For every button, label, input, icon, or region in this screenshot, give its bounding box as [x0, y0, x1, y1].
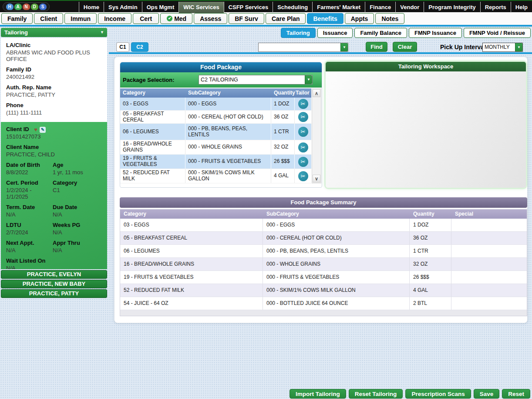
tab-immun[interactable]: Immun: [64, 13, 97, 24]
cell-quantity: 36 OZ: [271, 111, 295, 123]
tab-med[interactable]: ✔ Med: [160, 13, 192, 24]
cell-category: 03 - EGGS: [120, 219, 263, 231]
cell-category: 19 - FRUITS & VEGETABLES: [120, 155, 185, 169]
reset-tailoring-button[interactable]: Reset Tailoring: [349, 389, 403, 399]
menu-item-wic-services[interactable]: WIC Services: [178, 2, 223, 13]
cell-special: [451, 245, 527, 257]
package-selection-row: Package Selection: C2 TAILORING ▼: [120, 72, 322, 88]
client-id-label: Client ID: [6, 126, 29, 132]
blue-divider-main: [109, 52, 532, 54]
import-tailoring-button[interactable]: Import Tailoring: [290, 389, 346, 399]
category-toggle-c1[interactable]: C1: [116, 42, 129, 52]
subtab-tailoring[interactable]: Tailoring: [281, 28, 316, 38]
field-pair-dob-age: Date of Birth 8/8/2022 Age 1 yr, 11 mos: [6, 158, 102, 176]
cell-subcategory: 000 - WHOLE GRAINS: [185, 140, 271, 154]
reset-button[interactable]: Reset: [502, 389, 530, 399]
subtab-fmnp-void-reissue[interactable]: FMNP Void / Reissue: [464, 28, 531, 38]
menu-item-vendor[interactable]: Vendor: [395, 2, 424, 13]
chevron-down-icon[interactable]: ▼: [515, 43, 522, 51]
family-member-button[interactable]: PRACTICE, NEW BABY: [1, 280, 107, 288]
menu-item-program-integrity[interactable]: Program Integrity: [424, 2, 480, 13]
tab-cert[interactable]: Cert: [133, 13, 159, 24]
subtab-issuance[interactable]: Issuance: [317, 28, 353, 38]
scissors-tailor-button[interactable]: ✂: [298, 142, 308, 152]
chevron-down-icon[interactable]: ▼: [305, 75, 312, 84]
cell-subcategory: 000 - FRUITS & VEGETABLES: [185, 155, 271, 169]
package-selection-value: C2 TAILORING: [199, 75, 305, 84]
subtab-family-balance[interactable]: Family Balance: [354, 28, 407, 38]
cell-subcategory: 000 - PB, BEANS, PEAS, LENTILS: [185, 124, 271, 140]
sidebar-section-dropdown[interactable]: Tailoring ▼: [1, 28, 107, 37]
tab-assess[interactable]: Assess: [194, 13, 227, 24]
menu-item-ops-mgmt[interactable]: Ops Mgmt: [142, 2, 179, 13]
field-value: C1: [53, 187, 102, 193]
cell-tailor: ✂: [295, 124, 311, 140]
field-value: N/A: [6, 247, 53, 254]
chevron-down-icon[interactable]: ▼: [340, 43, 348, 51]
menu-item-scheduling[interactable]: Scheduling: [273, 2, 312, 13]
field-pair-ldtu-weeks: LDTU 2/7/2024 Weeks PG N/A: [6, 218, 102, 236]
find-button[interactable]: Find: [366, 42, 387, 52]
field-client-name: Client Name PRACTICE, CHILD: [6, 144, 102, 158]
field-value: N/A: [53, 247, 102, 254]
tab-client[interactable]: Client: [34, 13, 63, 24]
cell-tailor: ✂: [295, 169, 311, 183]
menu-item-home[interactable]: Home: [79, 2, 104, 13]
cell-quantity: 1 CTR: [271, 124, 295, 140]
pickup-interval-select[interactable]: MONTHLY ▼: [482, 43, 523, 52]
column-header-special: Special: [451, 210, 527, 219]
subtab-fmnp-issuance[interactable]: FMNP Issuance: [409, 28, 462, 38]
category-toggle-c2[interactable]: C2: [131, 42, 148, 52]
field-label: Client Name: [6, 144, 102, 151]
menu-item-farmers-market[interactable]: Farmers' Market: [312, 2, 365, 13]
family-member-button[interactable]: PRACTICE, EVELYN: [1, 270, 107, 279]
scroll-up-icon[interactable]: ∧: [313, 89, 320, 97]
cell-category: 06 - LEGUMES: [120, 124, 185, 140]
check-icon: ✔: [166, 15, 173, 22]
scissors-tailor-button[interactable]: ✂: [298, 157, 308, 167]
scissors-tailor-button[interactable]: ✂: [298, 127, 308, 137]
column-header-tailor: Tailor: [295, 88, 311, 98]
tailoring-controls-row: C1 C2 ▼ Find Clear Pick Up Interval: MON…: [108, 41, 532, 53]
field-pair-next-appr: Next Appt. N/A Appr Thru N/A: [6, 236, 102, 254]
tab-appts[interactable]: Appts: [345, 13, 374, 24]
scissors-tailor-button[interactable]: ✂: [298, 171, 308, 181]
tab-bf-surv[interactable]: BF Surv: [229, 13, 264, 24]
field-label: Term. Date: [6, 204, 53, 211]
field-due-date: Due Date N/A: [53, 204, 102, 218]
tab-care-plan[interactable]: Care Plan: [266, 13, 306, 24]
cell-quantity: 32 OZ: [410, 258, 451, 271]
menu-item-reports[interactable]: Reports: [480, 2, 511, 13]
food-package-title: Food Package: [120, 62, 322, 72]
scissors-tailor-button[interactable]: ✂: [298, 112, 308, 122]
scroll-down-icon[interactable]: ∨: [313, 175, 320, 183]
clear-button[interactable]: Clear: [393, 42, 417, 52]
cell-subcategory: 000 - FRUITS & VEGETABLES: [263, 271, 410, 284]
table-row: 16 - BREAD/WHOLE GRAINS 000 - WHOLE GRAI…: [120, 258, 527, 271]
menu-item-sys-admin[interactable]: Sys Admin: [104, 2, 142, 13]
cell-category: 54 - JUICE - 64 OZ: [120, 297, 263, 310]
menu-item-finance[interactable]: Finance: [365, 2, 395, 13]
cell-subcategory: 000 - SKIM/1% COWS MILK GALLON: [185, 169, 271, 183]
tailoring-search-select[interactable]: ▼: [258, 43, 348, 52]
package-selection-select[interactable]: C2 TAILORING ▼: [199, 75, 313, 85]
cell-category: 05 - BREAKFAST CEREAL: [120, 232, 263, 244]
field-phone: Phone (111) 111-1111: [6, 102, 102, 116]
field-label: Wait Listed On: [6, 257, 102, 264]
tab-benefits[interactable]: Benefits: [307, 13, 343, 24]
tab-income[interactable]: Income: [98, 13, 131, 24]
menu-item-csfp-services[interactable]: CSFP Services: [224, 2, 273, 13]
column-header-subcategory: SubCategory: [263, 210, 410, 219]
prescription-scans-button[interactable]: Prescription Scans: [405, 389, 471, 399]
scissors-tailor-button[interactable]: ✂: [298, 99, 308, 109]
family-member-button[interactable]: PRACTICE, PATTY: [1, 289, 107, 298]
table-scrollbar[interactable]: ∧ ∨: [312, 88, 321, 183]
menu-item-help[interactable]: Help: [511, 2, 532, 13]
cell-category: 03 - EGGS: [120, 98, 185, 110]
tab-family[interactable]: Family: [1, 13, 33, 24]
tailoring-search-value: [259, 43, 340, 51]
cell-quantity: 32 OZ: [271, 140, 295, 154]
save-button[interactable]: Save: [474, 389, 500, 399]
tab-notes[interactable]: Notes: [375, 13, 404, 24]
pencil-edit-icon[interactable]: ✎: [40, 127, 46, 133]
